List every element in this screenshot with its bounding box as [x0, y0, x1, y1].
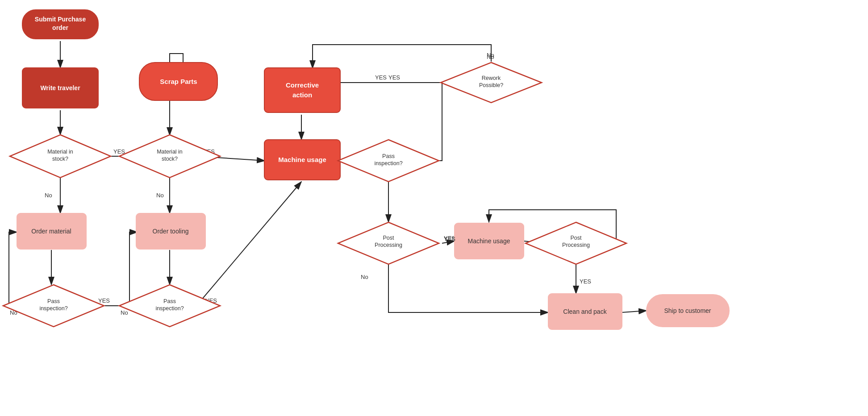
machine-usage-1-label: Machine usage: [278, 156, 326, 163]
label-mat1-no: No: [45, 192, 52, 199]
arrow-cap-to-ship: [622, 311, 647, 312]
label-pi1-yes: YES: [98, 297, 110, 304]
rework-possible-label2: Possible?: [479, 82, 503, 88]
pass-inspection-1-label: Pass: [47, 298, 60, 304]
arrow-pi2-yes: [196, 182, 301, 306]
corrective-action-label: Corrective: [286, 81, 319, 89]
write-traveler-label: Write traveler: [40, 84, 80, 92]
label-rework-yes: YES: [388, 74, 400, 81]
material-in-stock-1-label: Material in: [47, 149, 73, 155]
pass-inspection-2-label2: inspection?: [155, 305, 184, 312]
post-processing-1-label2: Processing: [375, 242, 402, 248]
label-pp1-yes-text: YES: [444, 236, 455, 242]
order-material-label: Order material: [31, 228, 71, 235]
label-rework-yes-text: YES: [375, 74, 387, 81]
rework-possible-label: Rework: [482, 75, 501, 81]
post-processing-2-label: Post: [570, 235, 582, 241]
ship-to-customer-label: Ship to customer: [664, 307, 711, 314]
material-in-stock-2-label: Material in: [157, 149, 183, 155]
arrow-pp1-no: [388, 264, 548, 312]
label-mat2-no: No: [156, 192, 164, 199]
label-pp2-yes: YES: [580, 278, 591, 285]
clean-and-pack-label: Clean and pack: [563, 308, 607, 315]
pass-inspection-1-label2: inspection?: [39, 305, 67, 312]
material-in-stock-1-label2: stock?: [52, 156, 68, 162]
corrective-action-label2: action: [292, 91, 312, 99]
submit-purchase-order-label2: order: [52, 24, 68, 31]
order-tooling-label: Order tooling: [153, 228, 189, 235]
label-pi2-no: No: [121, 309, 128, 316]
machine-usage-2-label: Machine usage: [468, 237, 510, 245]
post-processing-2-label2: Processing: [562, 242, 590, 248]
arrow-rework-no: [313, 45, 491, 68]
submit-purchase-order-label: Submit Purchase: [35, 16, 86, 23]
label-pp1-no: No: [361, 274, 368, 280]
pass-inspection-2-label: Pass: [163, 298, 176, 304]
arrow-pi3-no: [415, 83, 463, 161]
post-processing-1-label: Post: [383, 235, 394, 241]
pass-inspection-3-label2: inspection?: [374, 160, 402, 166]
material-in-stock-2-label2: stock?: [162, 156, 178, 162]
pass-inspection-3-label: Pass: [382, 153, 395, 159]
scrap-parts-label: Scrap Parts: [160, 78, 197, 85]
corrective-action-node: [264, 68, 340, 112]
label-rework-no-text: No: [487, 54, 494, 60]
